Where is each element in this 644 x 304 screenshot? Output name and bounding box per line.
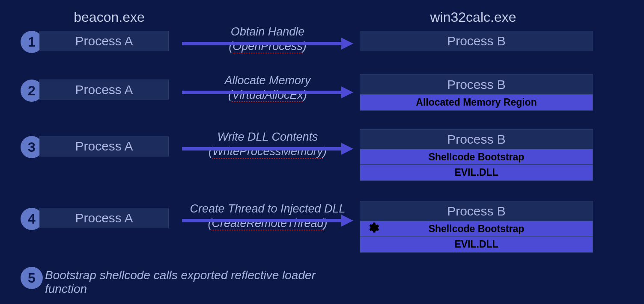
step-2-arrow <box>182 91 345 94</box>
header-source: beacon.exe <box>56 9 163 25</box>
gear-icon <box>367 221 379 234</box>
step-1-arrow <box>182 42 345 45</box>
step-3-shellcode: Shellcode Bootstrap <box>360 149 593 165</box>
step-4-process-b: Process B <box>360 201 593 221</box>
step-3-arrow <box>182 147 345 151</box>
step-5-number: 5 <box>21 267 43 289</box>
step-4-process-a: Process A <box>39 208 169 228</box>
header-target: win32calc.exe <box>420 9 527 25</box>
step-3-process-b: Process B <box>360 129 593 150</box>
step-1-process-a: Process A <box>39 31 169 51</box>
step-3-label: Write DLL Contents (WriteProcessMemory) <box>182 130 353 159</box>
step-4-arrow <box>182 219 345 222</box>
step-2-label: Allocate Memory (VirtualAllocEx) <box>182 74 353 103</box>
step-5-text: Bootstrap shellcode calls exported refle… <box>45 269 345 296</box>
step-4-shellcode: Shellcode Bootstrap <box>360 221 593 237</box>
step-1-label: Obtain Handle (OpenProcess) <box>182 25 353 54</box>
step-3-evil-dll: EVIL.DLL <box>360 164 593 181</box>
step-2-process-b: Process B <box>360 74 593 95</box>
step-4-evil-dll: EVIL.DLL <box>360 236 593 253</box>
step-3-process-a: Process A <box>39 136 169 156</box>
step-2-process-a: Process A <box>39 80 169 100</box>
step-2-memory-region: Allocated Memory Region <box>360 94 593 111</box>
step-1-process-b: Process B <box>360 31 593 51</box>
step-4-label: Create Thread to Injected DLL (CreateRem… <box>182 202 353 231</box>
